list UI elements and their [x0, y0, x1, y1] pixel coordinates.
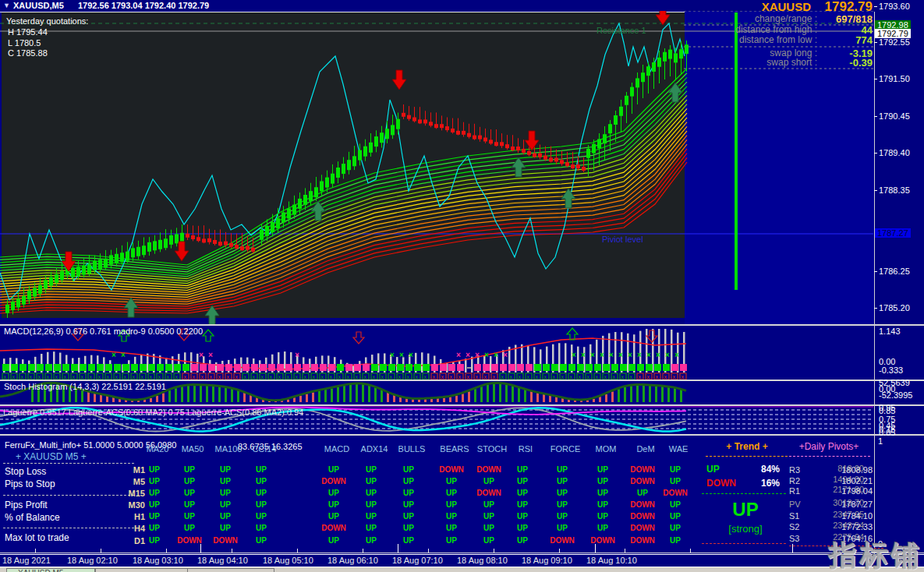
- stoch-bar: [356, 384, 358, 402]
- price-axis-label: 1790.45: [879, 111, 910, 121]
- signal-cell-d1-stoch: UP: [483, 536, 494, 545]
- signal-cell-m30-adx14: UP: [366, 500, 377, 509]
- chart-shape: x: [115, 374, 119, 380]
- axis-tick: [874, 190, 877, 191]
- candle: [511, 147, 515, 150]
- main-chart-canvas[interactable]: [0, 11, 874, 324]
- candle: [271, 222, 274, 232]
- candle: [380, 132, 384, 143]
- chart-shape: x: [253, 374, 256, 380]
- candle: [224, 242, 228, 245]
- macd-dot: [646, 364, 653, 371]
- candle: [516, 147, 520, 150]
- stoch-bar: [81, 390, 83, 402]
- signal-cell-h4-mom: UP: [597, 524, 608, 532]
- chart-shape: x: [458, 374, 462, 380]
- stoch-bar: [218, 387, 221, 402]
- label-pct-balance: % of Balance: [5, 512, 60, 523]
- signal-cell-h1-macd: UP: [328, 512, 339, 521]
- signal-cell-d1-macd: UP: [328, 536, 339, 545]
- macd-dot: [80, 364, 87, 371]
- candle: [657, 58, 661, 67]
- candle: [22, 296, 26, 305]
- candle: [522, 149, 526, 153]
- macd-dot: [303, 364, 310, 371]
- signal-cell-m30-rsi: UP: [517, 500, 528, 509]
- panel-divider[interactable]: [0, 380, 924, 381]
- time-axis-label: 18 Aug 05:10: [263, 556, 313, 565]
- macd-dot: [320, 364, 327, 371]
- candle: [136, 247, 140, 256]
- candle: [483, 138, 487, 142]
- signal-cell-h4-bears: UP: [446, 524, 457, 532]
- signal-cell-m30-ma20: UP: [149, 500, 160, 509]
- signal-cell-h4-ma100: UP: [220, 524, 231, 532]
- macd-dot: [586, 364, 593, 371]
- signal-cell-h4-rsi: UP: [517, 524, 528, 532]
- macd-dot: [285, 364, 292, 371]
- timeframe-label-m15: M15: [129, 489, 145, 498]
- axis-tick: [874, 42, 877, 43]
- macd-dot: [414, 364, 421, 371]
- candle: [402, 113, 405, 117]
- signal-cell-m5-macd: DOWN: [321, 477, 346, 485]
- candle: [309, 191, 313, 201]
- candle: [175, 234, 179, 243]
- stoch-bar: [643, 386, 645, 402]
- candle: [374, 136, 378, 147]
- pivot-line-label: Piviot level: [602, 235, 643, 244]
- macd-x-mark: ×: [628, 351, 632, 359]
- quote-row-value: -0.39: [849, 57, 873, 69]
- signal-cell-m15-force: UP: [557, 489, 568, 497]
- chart-shape: x: [570, 374, 573, 380]
- time-axis-label: 18 Aug 09:10: [522, 556, 572, 565]
- macd-dot: [560, 364, 567, 371]
- time-axis-label: 18 Aug 2021: [2, 556, 51, 565]
- chart-shape: x: [98, 374, 101, 380]
- candle: [292, 205, 296, 215]
- signal-cell-h1-ma20: UP: [149, 512, 160, 521]
- tab-3[interactable]: [187, 568, 274, 572]
- stoch-bar: [493, 383, 495, 402]
- macd-dot: [577, 364, 584, 371]
- candle: [180, 233, 184, 242]
- price-axis-label: 1787.27: [875, 228, 911, 238]
- column-header-bears: BEARS: [440, 444, 469, 454]
- candle: [576, 164, 580, 168]
- candle: [635, 78, 639, 87]
- candle: [229, 243, 233, 247]
- stoch-bar: [162, 394, 165, 402]
- signal-cell-m15-ma100: UP: [220, 489, 231, 497]
- tab-2[interactable]: [95, 568, 189, 572]
- candle: [87, 264, 91, 274]
- chart-shape: x: [519, 374, 522, 380]
- yesterday-low: L 1780.5: [8, 38, 41, 48]
- signal-cell-d1-bulls: UP: [403, 536, 414, 545]
- label-pips-to-stop: Pips to Stop: [5, 478, 55, 489]
- stoch-bar: [649, 386, 651, 402]
- macd-dot: [191, 364, 198, 371]
- tab-xauusd-m5[interactable]: XAUUSD,M5: [6, 568, 95, 572]
- macd-x-mark: ×: [572, 351, 576, 359]
- signal-cell-h1-mom: UP: [597, 512, 608, 521]
- panel-divider[interactable]: [0, 404, 924, 406]
- collapse-icon[interactable]: ▼: [3, 2, 10, 9]
- price-axis-label: 1791.50: [879, 74, 910, 83]
- stoch-bar: [374, 387, 377, 402]
- panel-divider[interactable]: [0, 324, 924, 326]
- stoch-bar: [187, 386, 189, 402]
- timeframe-label-m30: M30: [129, 500, 145, 510]
- chart-shape: x: [21, 374, 24, 380]
- panel-divider[interactable]: [0, 434, 924, 436]
- signal-cell-h1-adx14: UP: [366, 512, 377, 521]
- watermark-text: 指标铺: [829, 537, 922, 572]
- candle: [440, 124, 444, 128]
- candle: [347, 160, 351, 170]
- signal-cell-m1-dem: DOWN: [630, 465, 655, 474]
- chart-shape: x: [167, 374, 170, 380]
- macd-x-mark: ×: [121, 351, 126, 359]
- macd-dot: [594, 364, 601, 371]
- price-axis[interactable]: [874, 12, 924, 554]
- macd-dot: [11, 364, 18, 371]
- signal-cell-m5-cci14: UP: [256, 477, 267, 485]
